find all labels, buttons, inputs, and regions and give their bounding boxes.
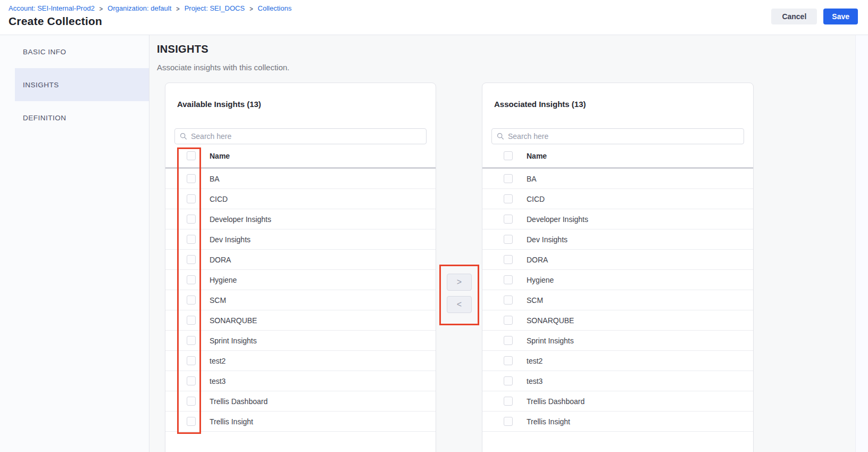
insight-name: DORA (210, 256, 231, 264)
insight-name: Developer Insights (210, 215, 271, 224)
breadcrumb-link[interactable]: Project: SEI_DOCS (185, 4, 245, 12)
insight-name: SCM (527, 296, 543, 305)
insight-name: Trellis Insight (527, 417, 570, 426)
chevron-right-icon: > (176, 5, 179, 12)
breadcrumb: Account: SEI-Internal-Prod2 > Organizati… (9, 4, 291, 12)
chevron-right-icon: > (249, 5, 253, 12)
insight-name: Dev Insights (527, 235, 567, 244)
associated-name-column-header: Name (527, 152, 547, 160)
row-checkbox[interactable] (504, 336, 513, 345)
insight-name: SONARQUBE (527, 316, 574, 325)
cancel-button[interactable]: Cancel (771, 9, 817, 24)
insight-name: test3 (527, 377, 542, 385)
available-list-item: CICD (165, 189, 436, 209)
associated-list-item: Dev Insights (482, 229, 753, 250)
insight-name: test2 (527, 357, 542, 365)
move-left-button[interactable]: < (447, 296, 472, 313)
available-list-item: Hygiene (165, 270, 436, 290)
associated-list-item: SCM (482, 290, 753, 310)
associated-select-all-checkbox[interactable] (504, 151, 513, 160)
available-table-header: Name (165, 144, 436, 169)
row-checkbox[interactable] (504, 194, 513, 203)
associated-list-item: test2 (482, 351, 753, 371)
row-checkbox[interactable] (504, 295, 513, 305)
row-checkbox[interactable] (504, 316, 513, 325)
available-list-item: Sprint Insights (165, 331, 436, 351)
row-checkbox[interactable] (187, 316, 196, 325)
associated-panel-title: Associated Insights (13) (494, 100, 753, 109)
available-list-item: test3 (165, 371, 436, 391)
associated-list-item: BA (482, 169, 753, 189)
row-checkbox[interactable] (187, 397, 196, 406)
available-list-item: Developer Insights (165, 209, 436, 229)
row-checkbox[interactable] (187, 356, 196, 365)
insight-name: Dev Insights (210, 235, 251, 244)
insight-name: CICD (527, 195, 545, 203)
row-checkbox[interactable] (504, 376, 513, 385)
insight-name: Trellis Insight (210, 417, 253, 426)
available-list-item: SCM (165, 290, 436, 310)
row-checkbox[interactable] (504, 215, 513, 224)
available-insights-list: BA CICD Developer Insights Dev I (165, 169, 436, 432)
insight-name: SONARQUBE (210, 316, 257, 325)
create-collection-page: Account: SEI-Internal-Prod2 > Organizati… (0, 0, 868, 452)
row-checkbox[interactable] (504, 255, 513, 264)
insight-name: BA (210, 175, 220, 183)
row-checkbox[interactable] (504, 397, 513, 406)
breadcrumb-link[interactable]: Organization: default (107, 4, 171, 12)
sidebar-item-insights[interactable]: INSIGHTS (15, 68, 149, 101)
breadcrumb-item: Organization: default > (107, 4, 184, 12)
sidebar-item-basic-info[interactable]: BASIC INFO (15, 35, 149, 68)
associated-list-item: test3 (482, 371, 753, 391)
move-right-button[interactable]: > (447, 274, 472, 291)
insight-name: SCM (210, 296, 226, 305)
row-checkbox[interactable] (187, 215, 196, 224)
breadcrumb-item: Collections > (258, 4, 292, 12)
breadcrumb-link[interactable]: Account: SEI-Internal-Prod2 (9, 4, 95, 12)
scrollbar-track[interactable] (855, 35, 868, 452)
available-search-box (174, 128, 427, 144)
insight-name: Sprint Insights (527, 336, 574, 345)
row-checkbox[interactable] (187, 336, 196, 345)
insight-name: BA (527, 175, 537, 183)
available-search-input[interactable] (191, 132, 421, 141)
row-checkbox[interactable] (187, 417, 196, 426)
row-checkbox[interactable] (187, 235, 196, 244)
row-checkbox[interactable] (187, 174, 196, 183)
associated-search-box (491, 128, 744, 144)
row-checkbox[interactable] (504, 235, 513, 244)
associated-list-item: Hygiene (482, 270, 753, 290)
row-checkbox[interactable] (504, 174, 513, 183)
sidebar-item-definition[interactable]: DEFINITION (15, 101, 149, 134)
available-list-item: BA (165, 169, 436, 189)
associated-list-item: Developer Insights (482, 209, 753, 229)
row-checkbox[interactable] (504, 275, 513, 284)
available-select-all-checkbox[interactable] (187, 151, 196, 160)
available-panel-title: Available Insights (13) (177, 100, 436, 109)
associated-insights-panel: Associated Insights (13) Name BA (482, 83, 754, 452)
available-list-item: DORA (165, 250, 436, 270)
row-checkbox[interactable] (187, 275, 196, 284)
search-icon (497, 133, 504, 140)
section-heading: INSIGHTS (157, 43, 208, 55)
insight-name: Trellis Dashboard (527, 397, 585, 406)
row-checkbox[interactable] (504, 356, 513, 365)
breadcrumb-link[interactable]: Collections (258, 4, 292, 12)
associated-search-input[interactable] (508, 132, 739, 141)
row-checkbox[interactable] (187, 376, 196, 385)
chevron-right-icon: > (99, 5, 103, 12)
available-name-column-header: Name (210, 152, 230, 160)
row-checkbox[interactable] (187, 255, 196, 264)
top-header-bar: Account: SEI-Internal-Prod2 > Organizati… (0, 0, 868, 35)
insight-name: test3 (210, 377, 226, 385)
insight-name: Developer Insights (527, 215, 588, 224)
row-checkbox[interactable] (187, 295, 196, 305)
insight-name: Hygiene (527, 276, 554, 284)
row-checkbox[interactable] (187, 194, 196, 203)
save-button[interactable]: Save (823, 9, 858, 24)
associated-table-header: Name (482, 144, 753, 169)
associated-list-item: DORA (482, 250, 753, 270)
section-subheading: Associate insights with this collection. (157, 63, 289, 72)
row-checkbox[interactable] (504, 417, 513, 426)
associated-list-item: SONARQUBE (482, 310, 753, 331)
